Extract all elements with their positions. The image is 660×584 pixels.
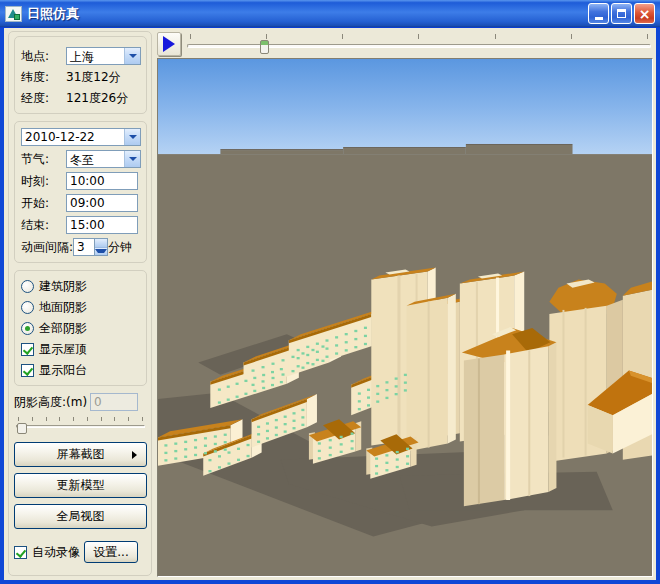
radio-ground-shadow-label: 地面阴影 — [39, 299, 87, 316]
moment-label: 时刻: — [21, 173, 66, 190]
latitude-label: 纬度: — [21, 69, 66, 86]
checkbox-show-roof-label: 显示屋顶 — [39, 341, 87, 358]
date-combobox[interactable]: 2010-12-22 — [21, 128, 141, 146]
spinner-down-button[interactable] — [95, 248, 107, 256]
shadow-height-slider[interactable] — [16, 417, 145, 435]
interval-unit-label: 分钟 — [108, 239, 132, 256]
global-view-button-label: 全局视图 — [57, 509, 105, 523]
checkbox-show-balcony[interactable] — [21, 364, 34, 377]
titlebar[interactable]: 日照仿真 × — [0, 0, 660, 28]
date-dropdown-button[interactable] — [124, 129, 140, 145]
latitude-value: 31度12分 — [66, 69, 121, 86]
solar-term-combobox[interactable]: 冬至 — [66, 150, 141, 168]
time-group: 2010-12-22 节气: 冬至 时刻: — [14, 121, 147, 263]
update-model-button[interactable]: 更新模型 — [14, 473, 147, 498]
solar-term-dropdown-button[interactable] — [124, 151, 140, 167]
chevron-down-icon — [129, 135, 137, 139]
checkbox-show-roof[interactable] — [21, 343, 34, 356]
screenshot-button-label: 屏幕截图 — [57, 447, 105, 461]
longitude-value: 121度26分 — [66, 90, 128, 107]
radio-building-shadow-label: 建筑阴影 — [39, 278, 87, 295]
date-value: 2010-12-22 — [22, 129, 124, 145]
location-combobox[interactable]: 上海 — [66, 47, 141, 65]
moment-input[interactable] — [66, 172, 138, 190]
radio-all-shadow-label: 全部阴影 — [39, 320, 87, 337]
play-button[interactable] — [157, 32, 181, 56]
radio-all-shadow[interactable] — [21, 322, 34, 335]
time-slider-track[interactable] — [187, 44, 651, 48]
minimize-button[interactable] — [588, 3, 609, 24]
shadow-height-input — [90, 393, 138, 411]
shadow-options-group: 建筑阴影 地面阴影 全部阴影 显示屋顶 — [14, 270, 147, 386]
solar-term-label: 节气: — [21, 151, 66, 168]
update-model-button-label: 更新模型 — [57, 478, 105, 492]
chevron-down-icon — [95, 249, 107, 253]
animation-toolbar — [157, 30, 653, 58]
solar-term-value: 冬至 — [67, 151, 124, 167]
screenshot-button[interactable]: 屏幕截图 — [14, 442, 147, 467]
app-icon — [5, 6, 22, 22]
slider-track[interactable] — [16, 425, 145, 428]
play-icon — [163, 36, 175, 52]
start-input[interactable] — [66, 194, 138, 212]
scene-svg — [158, 59, 652, 576]
interval-input[interactable] — [73, 238, 95, 256]
interval-label: 动画间隔: — [21, 239, 73, 256]
time-slider-ticks — [190, 34, 648, 39]
end-input[interactable] — [66, 216, 138, 234]
checkbox-show-balcony-label: 显示阳台 — [39, 362, 87, 379]
radio-building-shadow[interactable] — [21, 280, 34, 293]
control-panel: 地点: 上海 纬度: 31度12分 经度: 121度26分 — [4, 28, 154, 580]
time-slider[interactable] — [187, 32, 651, 56]
minimize-icon — [595, 17, 603, 20]
settings-button[interactable]: 设置... — [84, 541, 138, 563]
chevron-down-icon — [129, 157, 137, 161]
radio-ground-shadow[interactable] — [21, 301, 34, 314]
viewport-area — [154, 28, 656, 580]
control-panel-group: 地点: 上海 纬度: 31度12分 经度: 121度26分 — [8, 31, 152, 576]
slider-ticks — [18, 417, 143, 421]
window-title: 日照仿真 — [27, 5, 586, 23]
location-group: 地点: 上海 纬度: 31度12分 经度: 121度26分 — [14, 36, 147, 114]
scene-canvas[interactable] — [157, 58, 653, 577]
location-value: 上海 — [67, 48, 124, 64]
location-dropdown-button[interactable] — [124, 48, 140, 64]
close-icon: × — [639, 7, 651, 21]
global-view-button[interactable]: 全局视图 — [14, 504, 147, 529]
app-window: 日照仿真 × 地点: 上海 纬度: 31度12分 — [0, 0, 660, 584]
shadow-height-label: 阴影高度:(m) — [14, 394, 87, 411]
slider-thumb[interactable] — [17, 423, 27, 434]
maximize-button[interactable] — [611, 3, 632, 24]
chevron-down-icon — [129, 54, 137, 58]
settings-button-label: 设置... — [93, 545, 128, 559]
right-triangle-icon — [132, 451, 137, 459]
close-button[interactable]: × — [634, 3, 655, 24]
start-label: 开始: — [21, 195, 66, 212]
spinner-up-button[interactable] — [95, 239, 107, 248]
end-label: 结束: — [21, 217, 66, 234]
location-label: 地点: — [21, 48, 66, 65]
interval-spinner[interactable] — [95, 238, 108, 256]
time-slider-thumb[interactable] — [260, 40, 269, 54]
checkbox-auto-record-label: 自动录像 — [32, 544, 80, 561]
longitude-label: 经度: — [21, 90, 66, 107]
maximize-icon — [617, 9, 626, 18]
checkbox-auto-record[interactable] — [14, 546, 27, 559]
